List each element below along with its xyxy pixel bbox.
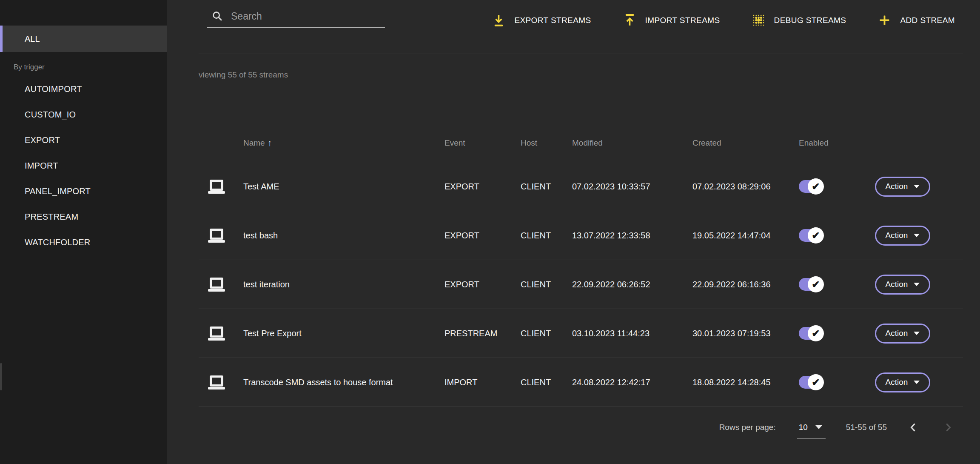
chevron-down-icon [914,234,920,237]
chevron-left-icon [908,422,919,433]
toggle-thumb: ✔ [808,227,824,243]
cell-host: CLIENT [521,329,572,338]
sidebar-section-label: By trigger [0,63,167,72]
table-row[interactable]: test bash EXPORT CLIENT 13.07.2022 12:33… [199,211,963,260]
chevron-right-icon [943,422,954,433]
cell-host: CLIENT [521,378,572,387]
cell-modified: 24.08.2022 12:42:17 [572,378,692,387]
cell-event: EXPORT [444,182,521,192]
cell-created: 22.09.2022 06:16:36 [692,280,799,289]
chevron-down-icon [914,381,920,384]
column-header-enabled[interactable]: Enabled [799,138,875,148]
toggle-thumb: ✔ [808,325,824,341]
sidebar-item-export[interactable]: EXPORT [0,127,167,153]
upload-icon [623,13,637,27]
export-streams-button[interactable]: EXPORT STREAMS [492,13,591,27]
sidebar: ALL By trigger AUTOIMPORT CUSTOM_IO EXPO… [0,0,167,464]
toolbar-buttons: EXPORT STREAMS IMPORT STREAMS DE [492,0,955,40]
action-button[interactable]: Action [875,324,930,344]
viewing-status-text: viewing 55 of 55 streams [199,70,963,80]
rows-per-page-label: Rows per page: [719,423,776,432]
chevron-down-icon [914,283,920,286]
search-icon [211,10,223,22]
enabled-toggle[interactable]: ✔ [799,229,823,242]
cell-name: test bash [243,231,444,241]
chevron-down-icon [914,332,920,335]
search-input[interactable] [230,10,370,23]
cell-host: CLIENT [521,280,572,289]
cell-event: PRESTREAM [444,329,521,338]
toolbar: EXPORT STREAMS IMPORT STREAMS DE [199,0,963,54]
column-header-created[interactable]: Created [692,138,799,148]
next-page-button[interactable] [940,422,957,433]
table-row[interactable]: Test Pre Export PRESTREAM CLIENT 03.10.2… [199,309,963,358]
page-range-label: 51-55 of 55 [846,423,887,432]
add-stream-label: ADD STREAM [900,16,955,25]
add-stream-button[interactable]: ADD STREAM [877,13,955,27]
export-streams-label: EXPORT STREAMS [514,16,591,25]
rows-per-page-value: 10 [799,423,808,432]
action-button[interactable]: Action [875,177,930,197]
plus-icon [877,13,892,27]
laptop-icon [208,277,225,292]
import-streams-button[interactable]: IMPORT STREAMS [623,13,720,27]
table-header-row: Name ↑ Event Host Modified Created Enabl… [199,124,963,162]
search-field [207,5,385,28]
cell-modified: 13.07.2022 12:33:58 [572,231,692,241]
sidebar-trigger-list: AUTOIMPORT CUSTOM_IO EXPORT IMPORT PANEL… [0,76,167,255]
column-header-host[interactable]: Host [521,138,572,148]
enabled-toggle[interactable]: ✔ [799,278,823,291]
cell-modified: 22.09.2022 06:26:52 [572,280,692,289]
cell-created: 07.02.2023 08:29:06 [692,182,799,192]
action-button[interactable]: Action [875,275,930,295]
streams-table: Name ↑ Event Host Modified Created Enabl… [199,124,963,407]
check-icon: ✔ [812,231,820,241]
debug-streams-button[interactable]: DEBUG STREAMS [752,13,846,27]
cell-event: EXPORT [444,280,521,289]
cell-name: Test AME [243,182,444,192]
column-header-name[interactable]: Name ↑ [243,138,444,148]
cell-event: IMPORT [444,378,521,387]
sidebar-item-all[interactable]: ALL [0,26,167,52]
laptop-icon [208,326,225,341]
cell-modified: 07.02.2023 10:33:57 [572,182,692,192]
download-icon [492,13,506,27]
cell-created: 30.01.2023 07:19:53 [692,329,799,338]
laptop-icon [208,228,225,243]
column-header-modified[interactable]: Modified [572,138,692,148]
previous-page-button[interactable] [905,422,922,433]
sidebar-scrollbar-thumb[interactable] [0,363,2,390]
sort-ascending-icon: ↑ [268,138,272,147]
sidebar-item-all-label: ALL [25,34,40,44]
cell-modified: 03.10.2023 11:44:23 [572,329,692,338]
check-icon: ✔ [812,378,820,387]
table-row[interactable]: Transcode SMD assets to house format IMP… [199,358,963,407]
cell-created: 18.08.2022 14:28:45 [692,378,799,387]
cell-event: EXPORT [444,231,521,241]
sidebar-item-import[interactable]: IMPORT [0,153,167,178]
table-row[interactable]: test iteration EXPORT CLIENT 22.09.2022 … [199,260,963,309]
cell-name: test iteration [243,280,444,289]
laptop-icon [208,375,225,390]
toggle-thumb: ✔ [808,374,824,390]
action-button[interactable]: Action [875,226,930,246]
enabled-toggle[interactable]: ✔ [799,376,823,389]
chevron-down-icon [815,425,822,429]
sidebar-item-panel-import[interactable]: PANEL_IMPORT [0,178,167,204]
column-header-event[interactable]: Event [444,138,521,148]
sidebar-item-custom-io[interactable]: CUSTOM_IO [0,102,167,127]
rows-per-page-select[interactable]: 10 [797,417,826,438]
check-icon: ✔ [812,329,820,338]
check-icon: ✔ [812,280,820,289]
cell-name: Transcode SMD assets to house format [243,378,444,387]
table-row[interactable]: Test AME EXPORT CLIENT 07.02.2023 10:33:… [199,162,963,211]
sidebar-item-autoimport[interactable]: AUTOIMPORT [0,76,167,102]
toggle-thumb: ✔ [808,178,824,195]
sidebar-item-watchfolder[interactable]: WATCHFOLDER [0,229,167,255]
sidebar-item-prestream[interactable]: PRESTREAM [0,204,167,229]
action-button[interactable]: Action [875,372,930,392]
enabled-toggle[interactable]: ✔ [799,180,823,193]
enabled-toggle[interactable]: ✔ [799,327,823,340]
cell-host: CLIENT [521,231,572,241]
cell-name: Test Pre Export [243,329,444,338]
